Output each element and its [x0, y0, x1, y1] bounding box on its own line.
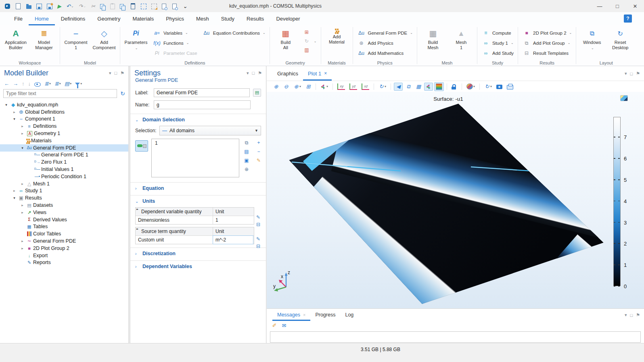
save-as-button[interactable]	[45, 2, 54, 10]
tree-node-views[interactable]: ▸↗Views	[0, 209, 128, 216]
tree-node-definitions[interactable]: ▸≡Definitions	[0, 123, 128, 130]
move-down-button[interactable]: ↓	[28, 81, 31, 87]
plot-thumbnail-button[interactable]	[620, 95, 628, 101]
menu-tab-materials[interactable]: Materials	[126, 12, 160, 25]
mesh-1-button[interactable]: ▲Mesh1	[448, 27, 475, 51]
2d-plot-group-2-button[interactable]: ■2D Plot Group 2⌄	[521, 28, 573, 38]
equation-contributions-button[interactable]: ΔuEquation Contributions⌄	[201, 28, 267, 38]
tree-nodes-button[interactable]: ▤▾	[65, 81, 71, 87]
refresh-icon[interactable]: ↻	[120, 90, 125, 97]
functions-button[interactable]: f(x)Functions⌄	[151, 38, 199, 48]
delete-button[interactable]	[128, 2, 138, 10]
new-file-button[interactable]	[13, 2, 23, 10]
study-1-button[interactable]: ∞Study 1⌄	[480, 38, 515, 48]
tree-node-global-definitions[interactable]: ▸⊕Global Definitions	[0, 108, 128, 116]
tree-node-zero-flux-1[interactable]: ᴰ→Zero Flux 1	[0, 158, 128, 166]
plot-area[interactable]: Surface: -u1 76543210 z x y	[267, 92, 644, 308]
message-table-icon[interactable]: ✉	[281, 323, 287, 329]
tree-node-general-form-pde[interactable]: ▾ΔuGeneral Form PDE	[0, 144, 128, 152]
variables-button[interactable]: a=Variables⌄	[151, 28, 199, 38]
zoom-in-button[interactable]: ⊕	[272, 83, 280, 91]
cut-button[interactable]: ✂	[89, 2, 97, 10]
customize-button[interactable]: ⌄	[181, 2, 189, 10]
add-mathematics-button[interactable]: ΔuAdd Mathematics	[355, 48, 414, 58]
tree-node-derived-values[interactable]: ΣDerived Values	[0, 216, 128, 223]
add-physics-button[interactable]: ⊛Add Physics	[355, 38, 414, 48]
tree-expand-icon[interactable]: ▸	[19, 182, 25, 186]
nav-back-button[interactable]: ←	[4, 81, 9, 87]
snapshot-button[interactable]	[495, 83, 504, 90]
label-input[interactable]	[154, 88, 250, 97]
tree-expand-icon[interactable]: ▾	[3, 103, 9, 107]
grid-button[interactable]: ▦	[414, 83, 423, 91]
menu-tab-study[interactable]: Study	[215, 12, 240, 25]
panel-float-icon[interactable]: □	[114, 71, 117, 75]
add-plot-group-button[interactable]: ⧉Add Plot Group⌄	[521, 38, 573, 48]
tree-node-geometry-1[interactable]: ▸AGeometry 1	[0, 130, 128, 137]
zoom-box-button[interactable]: ⊕▾	[292, 83, 303, 91]
close-tab-icon[interactable]: ×	[303, 312, 305, 317]
tree-expand-icon[interactable]: ▸	[19, 246, 25, 250]
panel-pin-icon[interactable]: ⚑	[258, 71, 262, 76]
tree-node-tables[interactable]: ▦Tables	[0, 223, 128, 231]
view-xy-button[interactable]: xy	[336, 82, 347, 91]
menu-tab-mesh[interactable]: Mesh	[190, 12, 215, 25]
tree-node-periodic-condition-1[interactable]: —•Periodic Condition 1	[0, 173, 128, 180]
section-dependent-variables[interactable]: › Dependent Variables	[130, 260, 266, 270]
transparency-button[interactable]: ⧉	[404, 83, 413, 91]
copy-button[interactable]	[98, 2, 107, 10]
tree-node-general-form-pde[interactable]: ▸~General Form PDE	[0, 237, 128, 245]
panel-float-icon[interactable]: □	[630, 313, 633, 318]
help-button[interactable]: ?	[624, 15, 632, 23]
tree-node-study-1[interactable]: ▸∞Study 1	[0, 187, 128, 195]
remove-from-selection-icon[interactable]: −	[255, 148, 263, 156]
tree-filter-input[interactable]	[3, 89, 117, 98]
section-units[interactable]: ⌄ Units	[130, 195, 266, 205]
tree-node-color-tables[interactable]: Color Tables	[0, 230, 128, 237]
tab-graphics[interactable]: Graphics	[272, 66, 303, 81]
nav-forward-button[interactable]: →	[13, 81, 18, 87]
tree-expand-icon[interactable]: ▸	[19, 124, 25, 128]
geo-import-button[interactable]: ⊞	[301, 28, 318, 37]
panel-pin-icon[interactable]: ⚑	[636, 312, 640, 318]
table-cell[interactable]: Custom unit	[136, 236, 213, 244]
tree-expand-icon[interactable]: ▸	[19, 203, 25, 207]
tree-expand-icon[interactable]: ▾	[11, 196, 17, 200]
print-button[interactable]	[505, 83, 515, 91]
create-selection-icon[interactable]: ⧉	[243, 139, 251, 147]
model-manager-button[interactable]: ≣ModelManager	[31, 27, 57, 51]
tree-node-datasets[interactable]: ▸▤Datasets	[0, 202, 128, 209]
application-builder-button[interactable]: AApplicationBuilder	[2, 27, 29, 51]
tree-node-initial-values-1[interactable]: ᴰ—Initial Values 1	[0, 166, 128, 173]
section-domain-selection[interactable]: ⌄ Domain Selection	[130, 114, 266, 123]
clear-messages-icon[interactable]: ✐	[272, 323, 277, 329]
zoom-to-selection-icon[interactable]: ⊕	[243, 165, 251, 173]
duplicate-button[interactable]	[118, 2, 127, 10]
refresh-button[interactable]: ↻▾	[483, 83, 493, 91]
tree-node-2d-plot-group-2[interactable]: ▸■2D Plot Group 2	[0, 245, 128, 252]
geo-rebuild-button[interactable]: ↻⌄	[301, 37, 318, 46]
move-up-button[interactable]: ↑	[22, 81, 25, 87]
save-button[interactable]	[35, 2, 44, 10]
menu-tab-geometry[interactable]: Geometry	[91, 12, 126, 25]
panel-pin-icon[interactable]: ⚑	[636, 71, 640, 76]
add-material-button[interactable]: AddMaterial	[324, 27, 350, 46]
component-1-button[interactable]: ‒Component1	[63, 27, 89, 51]
maximize-button[interactable]: □	[608, 0, 626, 12]
menu-tab-home[interactable]: Home	[29, 12, 55, 25]
tree-node-export[interactable]: ↓Export	[0, 252, 128, 259]
tree-expand-icon[interactable]: ▸	[11, 110, 17, 114]
filter-button[interactable]: ▾	[75, 82, 82, 85]
tree-node-mesh-1[interactable]: ▸△Mesh 1	[0, 180, 128, 187]
unit-table-icon[interactable]: ⊟	[256, 222, 260, 227]
select-box-button[interactable]	[139, 2, 148, 10]
tab-messages[interactable]: Messages×	[272, 309, 310, 321]
view-xz-button[interactable]: xz	[360, 82, 371, 91]
axes-button[interactable]	[424, 83, 433, 91]
comsol-logo-button[interactable]	[3, 2, 12, 10]
menu-tab-results[interactable]: Results	[240, 12, 270, 25]
minimize-button[interactable]: —	[591, 0, 608, 12]
menu-tab-developer[interactable]: Developer	[270, 12, 306, 25]
selection-dropdown[interactable]: — All domains ▼	[159, 126, 261, 135]
panel-float-icon[interactable]: □	[630, 71, 633, 76]
